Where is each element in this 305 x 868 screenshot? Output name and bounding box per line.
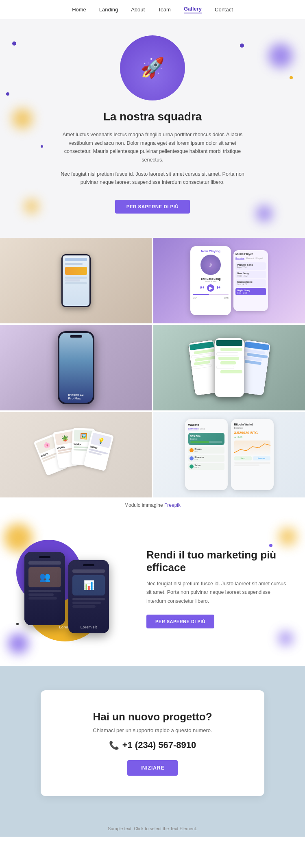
hero-title: La nostra squadra xyxy=(33,110,272,123)
main-nav: Home Landing About Team Gallery Contact xyxy=(0,0,305,19)
marketing-section: 👥 Lorem si 📊 xyxy=(0,511,305,666)
gallery-section: Now Playing ♪ The Best Song From Artist … xyxy=(0,238,305,511)
contact-phone-display: 📞 +1 (234) 567-8910 xyxy=(65,740,240,750)
rocket-icon: 🚀 xyxy=(140,57,165,79)
footer-text: Sample text. Click to select the Text El… xyxy=(108,826,197,831)
contact-subtitle: Chiamaci per un supporto rapido a questo… xyxy=(65,727,240,733)
footer: Sample text. Click to select the Text El… xyxy=(0,820,305,837)
gallery-cell-3[interactable]: iPhone 12Pro Max xyxy=(0,325,152,410)
blob-purple-marketing-br xyxy=(279,631,293,646)
gallery-image-music: Now Playing ♪ The Best Song From Artist … xyxy=(153,238,305,323)
contact-phone-number: +1 (234) 567-8910 xyxy=(122,740,196,750)
contact-title: Hai un nuovo progetto? xyxy=(65,711,240,723)
blob-purple-r xyxy=(268,44,293,68)
blob-purple-br xyxy=(256,205,272,222)
gallery-image-cards: 🌸 WORK 🪴 WORK 🖼️ WORK xyxy=(0,412,152,497)
gallery-image-chat xyxy=(153,325,305,410)
marketing-phone-area: 👥 Lorem si 📊 xyxy=(16,536,130,641)
dot-yellow-r xyxy=(290,76,293,79)
dot-purple-ml xyxy=(6,92,9,96)
hero-cta-button[interactable]: PER SAPERNE DI PIÙ xyxy=(115,200,190,214)
hero-circle-bg: 🚀 xyxy=(120,35,185,100)
hero-section: 🚀 La nostra squadra Amet luctus venenati… xyxy=(0,19,305,238)
contact-box: Hai un nuovo progetto? Chiamaci per un s… xyxy=(41,690,264,796)
marketing-body: Nec feugiat nisl pretium fusce id. Justo… xyxy=(146,580,289,606)
blob-yellow-bl xyxy=(24,199,39,214)
marketing-cta-button[interactable]: PER SAPERNE DI PIÙ xyxy=(146,615,214,628)
marketing-phone-1: 👥 Lorem si xyxy=(24,552,65,625)
nav-landing[interactable]: Landing xyxy=(99,7,118,13)
gallery-image-wallet: Wallets Connected Local $39.584 Balance xyxy=(153,412,305,497)
nav-contact[interactable]: Contact xyxy=(215,7,233,13)
blob-yellow-l xyxy=(12,109,33,129)
dot-marketing-tr xyxy=(269,544,272,547)
contact-cta-button[interactable]: INIZIARE xyxy=(127,760,177,776)
hero-body-2: Nec feugiat nisl pretium fusce id. Justo… xyxy=(55,170,250,187)
gallery-cell-2[interactable]: Now Playing ♪ The Best Song From Artist … xyxy=(153,238,305,323)
marketing-text-area: Rendi il tuo marketing più efficace Nec … xyxy=(146,549,289,628)
hero-circle-image: 🚀 xyxy=(120,35,185,100)
contact-section: Hai un nuovo progetto? Chiamaci per un s… xyxy=(0,666,305,820)
gallery-caption: Modulo immagine Freepik xyxy=(0,497,305,511)
gallery-freepik-link[interactable]: Freepik xyxy=(164,502,181,508)
nav-team[interactable]: Team xyxy=(158,7,171,13)
gallery-cell-6[interactable]: Wallets Connected Local $39.584 Balance xyxy=(153,412,305,497)
gallery-cell-5[interactable]: 🌸 WORK 🪴 WORK 🖼️ WORK xyxy=(0,412,152,497)
blob-yellow-marketing-tr xyxy=(279,528,297,546)
gallery-cell-4[interactable] xyxy=(153,325,305,410)
dot-purple-tr xyxy=(240,44,244,48)
dot-purple-tl xyxy=(12,41,16,46)
dot-purple-bl xyxy=(41,145,43,148)
gallery-grid: Now Playing ♪ The Best Song From Artist … xyxy=(0,238,305,497)
nav-about[interactable]: About xyxy=(131,7,145,13)
nav-gallery[interactable]: Gallery xyxy=(184,6,202,13)
nav-home[interactable]: Home xyxy=(72,7,86,13)
marketing-phone-2: 📊 Lorem sit xyxy=(68,560,109,633)
marketing-title: Rendi il tuo marketing più efficace xyxy=(146,549,289,574)
gallery-cell-1[interactable] xyxy=(0,238,152,323)
hero-body-1: Amet luctus venenatis lectus magna fring… xyxy=(55,131,250,164)
gallery-image-hands xyxy=(0,238,152,323)
gallery-image-iphone12: iPhone 12Pro Max xyxy=(0,325,152,410)
phone-icon: 📞 xyxy=(109,740,119,750)
